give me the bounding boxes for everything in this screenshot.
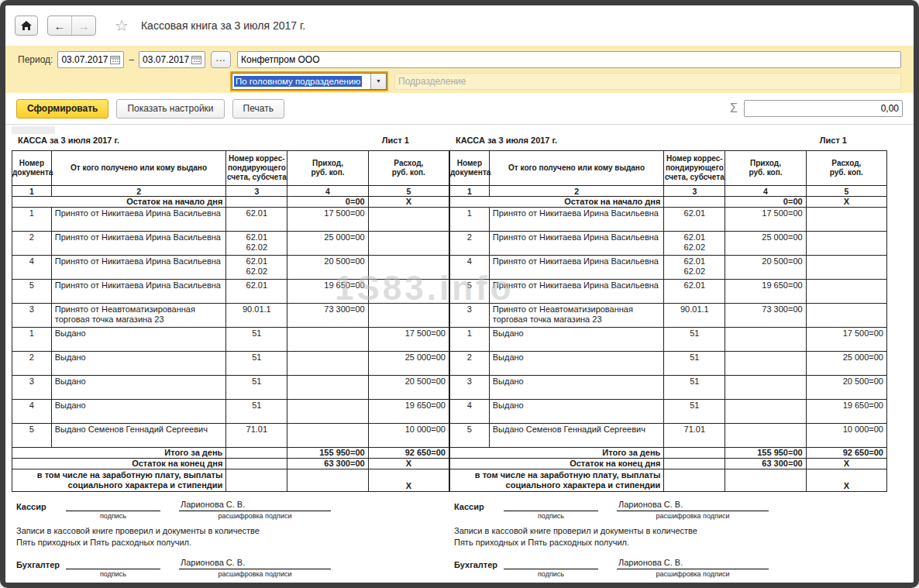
cash-entry-row: 3Выдано5120 500=00 xyxy=(450,376,887,400)
calendar-icon[interactable] xyxy=(191,55,201,64)
forward-button[interactable]: → xyxy=(71,16,95,35)
sheet-title: КАССА за 3 июля 2017 г. xyxy=(456,136,557,145)
doc-number-cell: 5 xyxy=(450,424,490,448)
doc-number-cell: 5 xyxy=(12,424,52,448)
doc-number-cell: 2 xyxy=(450,232,490,256)
cash-entry-row: 3Принято от Неавтоматизированная торгова… xyxy=(12,304,449,328)
chevron-down-icon[interactable]: ▼ xyxy=(370,74,386,89)
signature-caption: расшифровка подписи xyxy=(179,569,331,578)
division-row: По головному подразделению ▼ Подразделен… xyxy=(232,71,901,91)
column-number: 3 xyxy=(664,186,725,197)
expense-cell xyxy=(368,280,449,304)
date-to-field[interactable]: 03.07.2017 xyxy=(139,51,205,68)
app-window: ← → ☆ Кассовая книга за 3 июля 2017 г. П… xyxy=(0,0,919,588)
date-from-field[interactable]: 03.07.2017 xyxy=(57,51,124,68)
cash-entry-row: 2Принято от Никитаева Ирина Васильевна62… xyxy=(450,232,887,256)
payee-cell: Принято от Никитаева Ирина Васильевна xyxy=(51,280,226,304)
income-cell: 20 500=00 xyxy=(725,256,806,280)
division-mode-select[interactable]: По головному подразделению ▼ xyxy=(232,73,387,90)
account-cell: 51 xyxy=(226,328,287,352)
column-header: Номер коррес-пондирующего счета, субсчет… xyxy=(226,151,287,186)
back-button[interactable]: ← xyxy=(48,16,71,35)
column-header: Номер документа xyxy=(12,151,52,186)
signature-name: Ларионова С. В. xyxy=(179,558,331,569)
date-range-dash: – xyxy=(129,54,134,65)
cash-book-sheet: КАССА за 3 июля 2017 г.Лист 1Номер докум… xyxy=(12,128,907,579)
cash-entry-row: 4Принято от Никитаева Ирина Васильевна62… xyxy=(12,256,449,280)
payee-cell: Принято от Никитаева Ирина Васильевна xyxy=(489,208,664,232)
organization-field[interactable]: Конфетпром ООО xyxy=(237,51,901,68)
income-cell xyxy=(725,376,806,400)
payee-cell: Выдано xyxy=(51,376,226,400)
account-cell: 62.01 62.02 xyxy=(664,256,725,280)
column-number: 2 xyxy=(51,186,226,197)
opening-balance-value: 0=00 xyxy=(287,197,368,208)
filter-toolbar: Период: 03.07.2017 – 03.07.2017 xyxy=(5,46,914,93)
nav-buttons: ← → xyxy=(47,15,96,36)
report-area: 1S83.info КАССА за 3 июля 2017 г.Лист 1Н… xyxy=(5,125,914,583)
payee-cell: Выдано xyxy=(489,352,664,376)
signature-line xyxy=(66,500,160,511)
period-row: Период: 03.07.2017 – 03.07.2017 xyxy=(18,50,901,69)
generate-button[interactable]: Сформировать xyxy=(16,99,108,119)
payee-cell: Выдано Семенов Геннадий Сергеевич xyxy=(489,424,664,448)
sum-field[interactable]: 0,00 xyxy=(744,100,903,117)
income-cell xyxy=(725,400,806,424)
account-cell: 62.01 xyxy=(226,280,287,304)
period-more-button[interactable]: ... xyxy=(211,51,231,68)
payee-cell: Принято от Никитаева Ирина Васильевна xyxy=(489,280,664,304)
account-cell: 62.01 xyxy=(226,208,287,232)
account-cell: 62.01 62.02 xyxy=(664,232,725,256)
accountant-label: Бухгалтер xyxy=(454,560,504,569)
doc-number-cell: 3 xyxy=(12,304,52,328)
day-total-expense: 92 650=00 xyxy=(806,448,886,459)
favorite-star-icon[interactable]: ☆ xyxy=(115,18,129,33)
income-cell xyxy=(287,376,368,400)
income-cell xyxy=(725,352,806,376)
back-icon: ← xyxy=(54,19,66,33)
home-button[interactable] xyxy=(15,15,38,36)
cashier-label: Кассир xyxy=(454,502,504,511)
expense-cell xyxy=(806,280,886,304)
x-mark: X xyxy=(368,197,449,208)
signature-caption: расшифровка подписи xyxy=(617,569,769,578)
action-bar: Сформировать Показать настройки Печать Σ… xyxy=(5,93,914,125)
account-cell xyxy=(664,448,725,459)
payee-cell: Выдано Семенов Геннадий Сергеевич xyxy=(51,424,226,448)
account-cell: 51 xyxy=(664,352,725,376)
column-number: 1 xyxy=(12,186,52,197)
signature-caption: подпись xyxy=(504,511,598,520)
signature-line xyxy=(504,559,598,569)
cash-entry-row: 1Принято от Никитаева Ирина Васильевна62… xyxy=(450,208,887,232)
column-number: 1 xyxy=(450,186,490,197)
page-title: Кассовая книга за 3 июля 2017 г. xyxy=(141,19,305,32)
account-cell: 51 xyxy=(664,376,725,400)
income-cell xyxy=(287,400,368,424)
account-cell: 51 xyxy=(226,376,287,400)
payee-cell: Принято от Неавтоматизированная торговая… xyxy=(489,304,664,328)
print-button[interactable]: Печать xyxy=(232,99,284,119)
column-number: 2 xyxy=(489,186,664,197)
doc-number-cell: 4 xyxy=(450,400,490,424)
calendar-icon[interactable] xyxy=(110,55,120,64)
doc-number-cell: 4 xyxy=(12,400,52,424)
day-total-label: Итого за день xyxy=(12,448,226,459)
account-cell: 51 xyxy=(664,400,725,424)
column-header: Расход, руб. коп. xyxy=(806,151,886,186)
cash-entry-row: 2Выдано5125 000=00 xyxy=(450,352,887,376)
show-settings-button[interactable]: Показать настройки xyxy=(116,99,224,119)
column-number: 5 xyxy=(368,186,449,197)
day-total-label: Итого за день xyxy=(450,448,664,459)
income-cell: 19 650=00 xyxy=(287,280,368,304)
cash-book-table: Номер документаОт кого получено или кому… xyxy=(12,150,449,492)
cash-entry-row: 1Принято от Никитаева Ирина Васильевна62… xyxy=(12,208,449,232)
closing-balance-value: 63 300=00 xyxy=(287,459,368,469)
payee-cell: Принято от Никитаева Ирина Васильевна xyxy=(51,256,226,280)
cash-entry-row: 4Выдано5119 650=00 xyxy=(450,400,887,424)
including-salary-label: в том числе на заработную плату, выплаты… xyxy=(12,469,226,492)
expense-cell: 17 500=00 xyxy=(806,328,886,352)
payee-cell: Принято от Никитаева Ирина Васильевна xyxy=(489,256,664,280)
cash-book-table: Номер документаОт кого получено или кому… xyxy=(449,150,887,492)
account-cell: 90.01.1 xyxy=(226,304,287,328)
account-cell xyxy=(226,197,287,208)
